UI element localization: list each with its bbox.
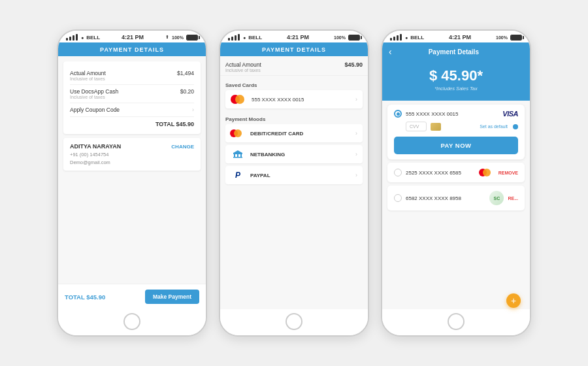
- p2-saved-cards-label: Saved Cards: [225, 82, 363, 88]
- p3-selected-card-number: 555 XXXX XXXX 0015: [406, 111, 498, 117]
- p2-saved-card-number: 555 XXXX XXXX 0015: [252, 97, 351, 103]
- home-button-3[interactable]: [448, 313, 465, 330]
- p2-amount-value: $45.90: [344, 61, 363, 68]
- battery-label-3: 100%: [496, 35, 508, 40]
- visa-logo: VISA: [502, 110, 518, 118]
- time-label-3: 4:21 PM: [449, 34, 471, 41]
- p2-debit-label: DEBIT/CREDIT CARD: [250, 131, 350, 137]
- radio-dot: [397, 112, 400, 116]
- default-check-icon: [513, 124, 518, 129]
- p3-card3-number: 6582 XXXX XXXX 8958: [406, 195, 485, 201]
- home-button-2[interactable]: [286, 313, 302, 330]
- time-label: 4:21 PM: [122, 34, 144, 41]
- docsapp-cash-value: $0.20: [180, 88, 194, 95]
- coupon-label: Apply Coupon Code: [70, 107, 120, 113]
- phone3-header-title: Payment Details: [397, 48, 510, 56]
- mc-right: [235, 95, 244, 104]
- home-button-1[interactable]: [123, 313, 140, 330]
- svg-rect-2: [237, 154, 238, 157]
- phone3-bottom: [382, 309, 530, 335]
- p2-debit-credit-option[interactable]: DEBIT/CREDIT CARD ›: [225, 124, 363, 142]
- carrier-label-2: BELL: [248, 35, 262, 41]
- radio-selected-icon[interactable]: [394, 110, 402, 118]
- mc-right-3: [483, 169, 491, 176]
- p3-amount-big: $ 45.90*: [382, 67, 530, 84]
- p2-saved-cards-section: Saved Cards 555 XXXX XXXX 0015 ›: [225, 80, 363, 110]
- cvv-input[interactable]: CVV: [406, 122, 427, 131]
- p3-remove-label-1[interactable]: REMOVE: [498, 171, 518, 175]
- mastercard-icon: [231, 94, 248, 105]
- svg-rect-1: [234, 154, 235, 157]
- p3-card-3[interactable]: 6582 XXXX XXXX 8958 SC RE...: [387, 186, 525, 210]
- p3-selected-card: 555 XXXX XXXX 0015 VISA CVV Set as defau…: [387, 105, 525, 159]
- wifi-icon: ●: [81, 35, 84, 40]
- phone1-bottom: [58, 309, 206, 335]
- cvv-placeholder: CVV: [410, 124, 419, 129]
- p2-divider-1: [220, 75, 368, 76]
- total-label: TOTAL $45.90: [155, 121, 194, 127]
- radio-empty-1[interactable]: [394, 169, 402, 176]
- p2-paypal-icon: P: [231, 171, 245, 180]
- p2-netbanking-chevron: ›: [355, 151, 357, 158]
- p3-card2-number: 2525 XXXX XXXX 6585: [406, 170, 475, 176]
- actual-amount-row: Actual Amount Inclusive of taxes $1,494: [70, 67, 194, 85]
- p2-debit-chevron: ›: [355, 130, 357, 137]
- coupon-chevron: ›: [192, 107, 194, 113]
- phone-2: ● BELL 4:21 PM 100% PAYMENT DETAILS Actu…: [219, 29, 369, 337]
- svg-rect-4: [233, 157, 242, 158]
- p2-bank-icon: [231, 150, 245, 159]
- carrier-label-3: BELL: [410, 35, 424, 41]
- payment-detail-card: Actual Amount Inclusive of taxes $1,494 …: [63, 61, 201, 134]
- phone2-bottom: [220, 309, 368, 335]
- svg-rect-3: [240, 154, 242, 157]
- p2-payment-moods-label: Payment Moods: [225, 116, 363, 122]
- phone-1: ● BELL 4:21 PM ⬆ 100% PAYMENT DETAILS Ac…: [57, 29, 207, 337]
- carrier-label: BELL: [86, 35, 100, 41]
- charge-icon: ⬆: [165, 35, 169, 40]
- docsapp-cash-sublabel: Inclusive of taxes: [70, 95, 118, 99]
- add-card-fab[interactable]: +: [506, 293, 521, 308]
- mc-right-2: [234, 129, 242, 137]
- p3-cvv-row: CVV Set as default: [394, 122, 518, 131]
- p2-paypal-option[interactable]: P PAYPAL ›: [225, 166, 363, 184]
- back-arrow-icon[interactable]: ‹: [389, 46, 392, 57]
- phone2-header: PAYMENT DETAILS: [220, 42, 368, 56]
- phone2-screen: Actual Amount Inclusive of taxes $45.90 …: [220, 56, 368, 309]
- p3-remove-label-2[interactable]: RE...: [508, 196, 518, 201]
- footer-total: TOTAL $45.90: [65, 293, 105, 301]
- phone1-footer: TOTAL $45.90 Make Payment: [58, 284, 206, 309]
- battery-icon-2: [348, 35, 360, 41]
- phone3-content: 555 XXXX XXXX 0015 VISA CVV Set as defau…: [382, 101, 530, 309]
- total-row: TOTAL $45.90: [70, 117, 194, 129]
- wifi-icon-2: ●: [243, 35, 246, 40]
- card-chip-icon: [431, 123, 441, 131]
- actual-amount-value: $1,494: [177, 70, 194, 76]
- p3-card-2[interactable]: 2525 XXXX XXXX 6585 REMOVE: [387, 163, 525, 182]
- p3-default-text: Set as default: [480, 124, 508, 129]
- phone1-screen: Actual Amount Inclusive of taxes $1,494 …: [58, 56, 206, 309]
- phone-3: ● BELL 4:21 PM 100% ‹ Payment Details $ …: [381, 29, 531, 337]
- plus-icon: +: [511, 295, 516, 306]
- battery-icon-3: [510, 35, 522, 41]
- phone1-header: PAYMENT DETAILS: [58, 42, 206, 56]
- signal-icon: [66, 34, 78, 41]
- p2-amount-label: Actual Amount: [225, 61, 261, 68]
- radio-empty-2[interactable]: [394, 194, 402, 202]
- phone3-amount-banner: $ 45.90* *Includes Sales Tax: [382, 61, 530, 101]
- user-name-row: ADITYA NARAYAN CHANGE: [70, 143, 194, 150]
- status-bar-3: ● BELL 4:21 PM 100%: [382, 31, 530, 42]
- actual-amount-sublabel: Inclusive of taxes: [70, 76, 106, 81]
- change-button[interactable]: CHANGE: [171, 144, 194, 150]
- pay-now-button[interactable]: PAY NOW: [394, 137, 518, 154]
- battery-label-2: 100%: [334, 35, 346, 40]
- p2-saved-card-row[interactable]: 555 XXXX XXXX 0015 ›: [225, 90, 363, 108]
- right-status-icons-2: 100%: [334, 35, 360, 41]
- p3-selected-card-row: 555 XXXX XXXX 0015 VISA: [394, 110, 518, 118]
- p2-netbanking-option[interactable]: NETBANKING ›: [225, 145, 363, 163]
- docsapp-cash-label: Use DocsApp Cash: [70, 88, 118, 95]
- actual-amount-label: Actual Amount: [70, 70, 106, 76]
- coupon-row[interactable]: Apply Coupon Code ›: [70, 103, 194, 117]
- p2-actual-amount-row: Actual Amount Inclusive of taxes $45.90: [225, 56, 363, 75]
- make-payment-button[interactable]: Make Payment: [145, 290, 199, 304]
- p2-netbanking-label: NETBANKING: [250, 152, 350, 158]
